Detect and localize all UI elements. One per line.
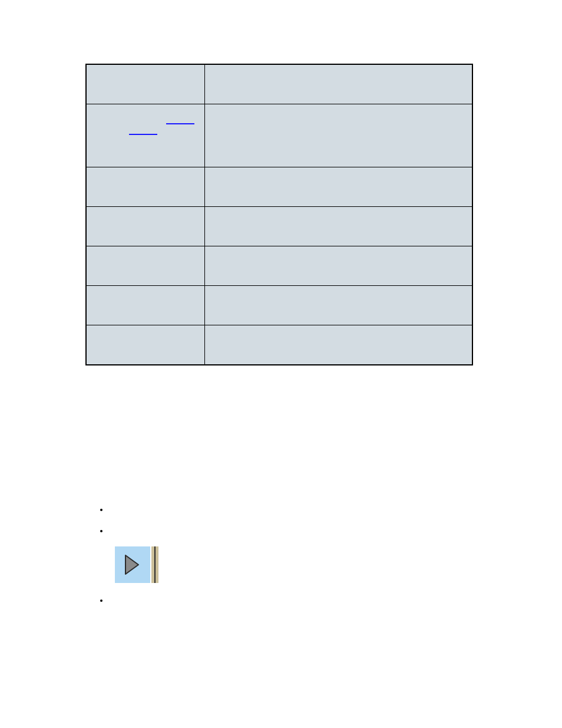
table-cell-left — [86, 64, 205, 104]
svg-marker-0 — [125, 555, 138, 574]
table-cell-right — [205, 286, 473, 325]
table-cell-right — [205, 167, 473, 207]
table-cell-left — [86, 167, 205, 207]
table-cell-right — [205, 246, 473, 286]
table-row — [86, 64, 472, 104]
go-to-end-icon[interactable] — [115, 546, 160, 583]
table-row — [86, 246, 472, 286]
table-row — [86, 286, 472, 325]
table-cell-right — [205, 104, 473, 167]
icon-wrap — [115, 546, 473, 583]
table-cell-left — [86, 286, 205, 325]
table-row — [86, 167, 472, 207]
list-item — [109, 504, 473, 515]
link-underline-icon — [166, 123, 194, 124]
table-cell-left — [86, 325, 205, 365]
table-cell-right — [205, 64, 473, 104]
table-row — [86, 325, 472, 365]
table-row — [86, 104, 472, 167]
bullet-list — [97, 504, 473, 536]
table-cell-right — [205, 207, 473, 246]
bullet-section — [97, 504, 473, 606]
bullet-list — [97, 595, 473, 605]
table-cell-left — [86, 207, 205, 246]
table-cell-left — [86, 246, 205, 286]
list-item — [109, 525, 473, 536]
page-content — [85, 64, 473, 617]
link-underline-group — [92, 134, 199, 146]
link-underline-icon — [129, 134, 157, 135]
table-row — [86, 207, 472, 246]
parameter-table — [85, 64, 473, 365]
table-cell-left — [86, 104, 205, 167]
list-item — [109, 595, 473, 605]
table-cell-right — [205, 325, 473, 365]
